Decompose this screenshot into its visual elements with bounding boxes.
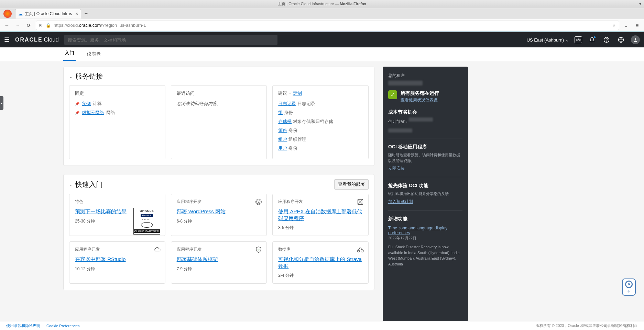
right-column: 您的租户 ✓ 所有服务都在运行 查看健康状况仪表盘 成本节省机会 估计节省： O… [383,67,468,321]
pinned-item[interactable]: 📌 虚拟云网络 网络 [75,110,160,116]
quick-tile[interactable]: 数据库 可视化和分析自治数据库上的 Strava 数据 2-4 分钟 [272,241,369,284]
quick-tile[interactable]: 应用程序开发 部署基础体系框架 7-9 分钟 [171,241,267,284]
tile-title[interactable]: 部署 WordPress 网站 [177,208,261,215]
floating-help-button[interactable]: ፨ [622,278,636,296]
news-item-link[interactable]: Time zone and language display preferenc… [388,226,462,235]
main-column: ⌄ 服务链接 固定 📌 实例 计算 📌 虚拟云网络 网络 [63,67,374,321]
svg-point-1 [607,41,607,41]
shield-check-icon [255,246,262,253]
preview-desc: 试用即将推出的功能并分享您的反馈 [388,191,462,197]
status-row: ✓ 所有服务都在运行 查看健康状况仪表盘 [388,90,462,103]
advice-link[interactable]: 日志记录 [278,101,296,106]
status-title: 所有服务都在运行 [401,90,439,96]
divider [388,210,462,210]
globe-icon[interactable] [616,35,625,44]
reload-button[interactable]: ⟳ [25,21,33,30]
profile-avatar-icon[interactable] [631,35,640,44]
new-tab-button[interactable]: + [81,9,91,19]
advice-item: 租户组织管理 [278,136,363,143]
tab-getting-started[interactable]: 入门 [63,47,76,61]
card-title: 固定 [75,90,160,96]
back-button[interactable]: ← [3,21,11,30]
redacted-text [388,128,412,133]
cost-estimate: 估计节省： [388,117,462,126]
news-date: 2022年12月22日 [388,235,462,241]
divider [388,177,462,177]
quick-tile[interactable]: 应用程序开发 在容器中部署 RStudio 10-12 分钟 [69,241,165,284]
pin-icon: 📌 [75,102,80,106]
left-drawer-handle[interactable]: ▸ [0,96,3,110]
status-ok-icon: ✓ [388,90,397,99]
shield-icon[interactable]: ⛨ [39,23,43,28]
pinned-item[interactable]: 📌 实例 计算 [75,101,160,107]
tile-category: 应用程序开发 [177,247,261,252]
pinned-link[interactable]: 虚拟云网络 [82,110,104,116]
view-deployments-button[interactable]: 查看我的部署 [334,179,369,190]
recent-card: 最近访问 您尚未访问任何内容。 [171,85,267,159]
nav-menu-icon[interactable]: ☰ [4,36,10,44]
preview-link[interactable]: 加入预览计划 [388,199,413,205]
oci-header: ☰ ORACLECloud US East (Ashburn) ⌄ </> [0,32,644,47]
divider [388,138,462,138]
oracle-cloud-logo[interactable]: ORACLECloud [15,37,59,43]
card-title: 最近访问 [177,90,261,96]
advice-link[interactable]: 组 [278,110,283,115]
tile-title[interactable]: 在容器中部署 RStudio [75,256,160,263]
pocket-icon[interactable]: ⌄ [622,21,630,30]
app-menu-icon[interactable]: ≡ [633,21,641,30]
chevron-down-icon[interactable]: ⌄ [69,74,73,79]
dev-tools-icon[interactable]: </> [575,36,582,43]
chevron-down-icon: ⌄ [565,37,569,43]
cloud-icon: ☁ [18,11,23,16]
tab-dashboard[interactable]: 仪表盘 [85,48,102,61]
firefox-logo-icon [3,10,12,18]
tile-category: 应用程序开发 [75,247,160,252]
advice-card: 建议 - 定制 日志记录日志记录 组身份 存储桶对象存储和归档存储 策略身份 租… [272,85,369,159]
browser-tab-label: 主页 | Oracle Cloud Infras [25,11,72,17]
help-icon[interactable] [602,35,611,44]
wordpress-icon [255,198,262,206]
pin-icon: 📌 [75,111,80,115]
browser-tab-strip: ☁ 主页 | Oracle Cloud Infras × + [0,8,644,19]
tile-title[interactable]: 部署基础体系框架 [177,256,261,263]
quick-tile[interactable]: 特色 预测下一场比赛的结果 25-30 分钟 ORACLE Red Bull R… [69,194,165,236]
pinned-link[interactable]: 实例 [82,101,91,107]
advice-item: 策略身份 [278,127,363,134]
service-links-section: ⌄ 服务链接 固定 📌 实例 计算 📌 虚拟云网络 网络 [63,67,374,166]
advice-link[interactable]: 策略 [278,128,287,133]
browser-toolbar: ← → ⟳ ⛨ 🔒 https://cloud.oracle.com/?regi… [0,19,644,32]
window-menu-icon[interactable]: ▾ [639,1,641,6]
tab-close-icon[interactable]: × [75,11,78,16]
tile-title[interactable]: 可视化和分析自治数据库上的 Strava 数据 [278,256,363,269]
chevron-down-icon[interactable]: ⌄ [69,182,73,187]
tile-category: 数据库 [278,247,363,252]
customize-link[interactable]: 定制 [293,90,302,96]
tenant-panel: 您的租户 ✓ 所有服务都在运行 查看健康状况仪表盘 成本节省机会 估计节省： O… [383,67,468,321]
advice-link[interactable]: 存储桶 [278,119,292,124]
advice-item: 组身份 [278,110,363,116]
browser-tab[interactable]: ☁ 主页 | Oracle Cloud Infras × [15,9,81,19]
quick-tile[interactable]: 应用程序开发 部署 WordPress 网站 6-8 分钟 [171,194,267,236]
advice-item: 用户身份 [278,145,363,151]
bell-icon[interactable] [588,35,597,44]
lifebuoy-icon [625,281,633,288]
tile-title[interactable]: 使用 APEX 在自治数据库上部署低代码应用程序 [278,208,363,221]
advice-item: 日志记录日志记录 [278,101,363,107]
url-text: https://cloud.oracle.com/?region=us-ashb… [54,23,609,28]
cost-title: 成本节省机会 [388,109,462,115]
region-selector[interactable]: US East (Ashburn) ⌄ [527,37,569,43]
url-bar[interactable]: ⛨ 🔒 https://cloud.oracle.com/?region=us-… [36,21,619,30]
bookmark-star-icon[interactable]: ☆ [612,23,616,28]
tile-category: 应用程序开发 [278,199,363,205]
cloud-icon [153,246,161,253]
quick-tile[interactable]: 应用程序开发 使用 APEX 在自治数据库上部署低代码应用程序 3-5 分钟 [272,194,369,236]
status-link[interactable]: 查看健康状况仪表盘 [401,98,438,102]
lock-icon[interactable]: 🔒 [46,23,51,28]
advice-link[interactable]: 租户 [278,137,287,142]
section-title: 服务链接 [75,72,103,81]
tile-category: 特色 [75,199,160,205]
install-link[interactable]: 立即安装 [388,166,405,171]
advice-link[interactable]: 用户 [278,146,287,151]
search-input[interactable] [64,35,277,45]
card-title: 建议 [278,90,287,96]
